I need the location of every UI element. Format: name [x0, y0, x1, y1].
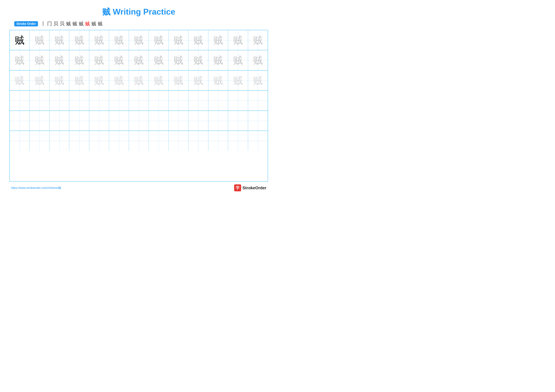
grid-cell[interactable]: [50, 131, 69, 151]
grid-cell[interactable]: 贼: [69, 30, 89, 50]
grid-cell[interactable]: 贼: [169, 30, 189, 50]
grid-cell[interactable]: 贼: [228, 71, 248, 90]
grid-cell[interactable]: 贼: [10, 71, 29, 90]
grid-row[interactable]: 贼贼贼贼贼贼贼贼贼贼贼贼贼: [10, 50, 268, 70]
grid-cell[interactable]: 贼: [89, 30, 109, 50]
grid-cell[interactable]: 贼: [129, 71, 149, 90]
grid-cell[interactable]: [189, 131, 208, 151]
stroke-step: 贼: [73, 21, 77, 27]
grid-cell[interactable]: 贼: [248, 30, 268, 50]
grid-cell[interactable]: [169, 111, 189, 131]
grid-cell[interactable]: 贼: [50, 30, 69, 50]
practice-char: 贼: [154, 35, 164, 45]
grid-cell[interactable]: 贼: [69, 71, 89, 90]
grid-cell[interactable]: [169, 131, 189, 151]
grid-cell[interactable]: [109, 131, 129, 151]
grid-cell[interactable]: 贼: [29, 71, 49, 90]
practice-char: 贼: [174, 55, 183, 65]
grid-cell[interactable]: 贼: [10, 30, 29, 50]
grid-cell[interactable]: [129, 131, 149, 151]
footer-logo-text: StrokeOrder: [242, 185, 266, 190]
grid-cell[interactable]: [29, 111, 49, 131]
grid-cell[interactable]: 贼: [169, 50, 189, 70]
grid-cell[interactable]: [169, 91, 189, 110]
grid-cell[interactable]: 贼: [149, 50, 168, 70]
footer-logo-icon: 字: [234, 184, 241, 191]
grid-cell[interactable]: [228, 131, 248, 151]
grid-cell[interactable]: 贼: [29, 30, 49, 50]
practice-char: 贼: [253, 55, 263, 65]
grid-cell[interactable]: [228, 91, 248, 110]
grid-row[interactable]: [10, 91, 268, 111]
grid-cell[interactable]: 贼: [89, 71, 109, 90]
grid-cell[interactable]: 贼: [189, 50, 208, 70]
grid-cell[interactable]: [208, 91, 228, 110]
grid-cell[interactable]: 贼: [169, 71, 189, 90]
grid-cell[interactable]: 贼: [50, 71, 69, 90]
grid-cell[interactable]: [149, 111, 168, 131]
grid-cell[interactable]: [29, 91, 49, 110]
grid-cell[interactable]: [248, 91, 268, 110]
footer-url[interactable]: https://www.strokeorder.com/chinese/贼: [11, 186, 61, 190]
grid-cell[interactable]: [109, 111, 129, 131]
grid-cell[interactable]: 贼: [149, 71, 168, 90]
practice-char: 贼: [193, 55, 203, 65]
grid-cell[interactable]: [69, 91, 89, 110]
grid-cell[interactable]: 贼: [208, 30, 228, 50]
grid-cell[interactable]: [149, 131, 168, 151]
grid-cell[interactable]: [10, 131, 29, 151]
grid-cell[interactable]: [29, 131, 49, 151]
grid-cell[interactable]: 贼: [109, 71, 129, 90]
grid-cell[interactable]: [208, 111, 228, 131]
grid-cell[interactable]: [248, 131, 268, 151]
grid-cell[interactable]: 贼: [29, 50, 49, 70]
grid-cell[interactable]: [129, 111, 149, 131]
grid-cell[interactable]: [69, 111, 89, 131]
grid-cell[interactable]: [109, 91, 129, 110]
grid-cell[interactable]: 贼: [228, 30, 248, 50]
grid-cell[interactable]: 贼: [69, 50, 89, 70]
grid-cell[interactable]: [189, 91, 208, 110]
grid-cell[interactable]: 贼: [228, 50, 248, 70]
practice-char: 贼: [54, 35, 64, 45]
grid-cell[interactable]: 贼: [189, 71, 208, 90]
grid-cell[interactable]: 贼: [129, 50, 149, 70]
grid-cell[interactable]: [89, 131, 109, 151]
grid-cell[interactable]: 贼: [10, 50, 29, 70]
grid-cell[interactable]: [189, 111, 208, 131]
grid-cell[interactable]: 贼: [89, 50, 109, 70]
grid-cell[interactable]: 贼: [208, 71, 228, 90]
grid-cell[interactable]: [149, 91, 168, 110]
grid-cell[interactable]: [10, 111, 29, 131]
grid-cell[interactable]: 贼: [109, 50, 129, 70]
grid-cell[interactable]: [50, 91, 69, 110]
grid-cell[interactable]: [129, 91, 149, 110]
grid-cell[interactable]: [228, 111, 248, 131]
stroke-step: 贝: [53, 21, 58, 27]
practice-char: 贼: [15, 35, 24, 45]
grid-cell[interactable]: 贼: [50, 50, 69, 70]
grid-cell[interactable]: 贼: [149, 30, 168, 50]
grid-cell[interactable]: 贼: [129, 30, 149, 50]
grid-cell[interactable]: 贼: [208, 50, 228, 70]
grid-cell[interactable]: [208, 131, 228, 151]
grid-row[interactable]: 贼贼贼贼贼贼贼贼贼贼贼贼贼: [10, 30, 268, 50]
practice-char: 贼: [15, 55, 24, 65]
grid-cell[interactable]: [69, 131, 89, 151]
grid-cell[interactable]: 贼: [248, 50, 268, 70]
grid-cell[interactable]: [89, 111, 109, 131]
grid-cell[interactable]: [10, 91, 29, 110]
practice-char: 贼: [94, 76, 104, 86]
grid-row[interactable]: [10, 111, 268, 131]
grid-row[interactable]: [10, 131, 268, 151]
practice-char: 贼: [15, 76, 24, 86]
grid-cell[interactable]: 贼: [189, 30, 208, 50]
grid-cell[interactable]: 贼: [248, 71, 268, 90]
practice-char: 贼: [35, 76, 44, 86]
grid-cell[interactable]: [89, 91, 109, 110]
page-title: 贼 Writing Practice: [102, 6, 175, 17]
grid-cell[interactable]: 贼: [109, 30, 129, 50]
grid-row[interactable]: 贼贼贼贼贼贼贼贼贼贼贼贼贼: [10, 71, 268, 91]
grid-cell[interactable]: [50, 111, 69, 131]
grid-cell[interactable]: [248, 111, 268, 131]
